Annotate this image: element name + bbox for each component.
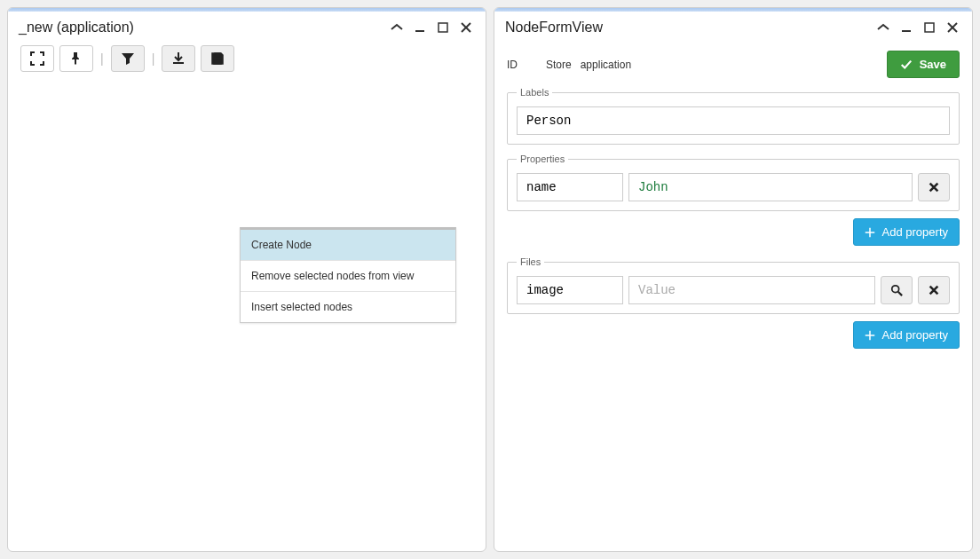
minimize-icon[interactable] <box>897 19 915 36</box>
svg-rect-5 <box>214 59 221 64</box>
maximize-icon[interactable] <box>434 19 452 36</box>
properties-group: Properties <box>507 154 960 211</box>
filter-button[interactable] <box>111 45 145 72</box>
plus-icon <box>865 330 875 341</box>
add-property-button[interactable]: Add property <box>853 218 960 246</box>
labels-legend: Labels <box>517 87 552 98</box>
store-label: Store <box>546 59 572 71</box>
add-file-property-button[interactable]: Add property <box>853 321 960 349</box>
labels-input[interactable] <box>517 106 950 135</box>
save-button-label: Save <box>920 58 946 71</box>
property-value-input[interactable] <box>628 173 913 201</box>
search-icon <box>890 284 903 296</box>
pin-button[interactable] <box>59 45 93 72</box>
file-row <box>517 276 950 304</box>
file-key-input[interactable] <box>517 276 623 304</box>
svg-rect-4 <box>215 53 220 57</box>
toolbar-separator: | <box>150 51 157 66</box>
close-icon[interactable] <box>457 19 475 36</box>
store-value: application <box>581 59 631 71</box>
properties-legend: Properties <box>517 154 568 164</box>
minimize-icon[interactable] <box>411 19 429 36</box>
download-button[interactable] <box>162 45 195 72</box>
file-value-input[interactable] <box>628 276 875 304</box>
fullscreen-button[interactable] <box>20 45 54 72</box>
collapse-icon[interactable] <box>874 19 892 36</box>
id-label: ID <box>507 59 518 71</box>
remove-file-button[interactable] <box>918 276 950 304</box>
context-menu-item-create-node[interactable]: Create Node <box>241 230 455 261</box>
save-button[interactable]: Save <box>887 51 960 78</box>
check-icon <box>900 59 913 71</box>
maximize-icon[interactable] <box>921 19 938 36</box>
remove-property-button[interactable] <box>918 173 950 201</box>
save-disk-button[interactable] <box>201 45 234 72</box>
property-key-input[interactable] <box>517 173 623 201</box>
left-canvas[interactable]: Create Node Remove selected nodes from v… <box>8 81 486 551</box>
window-title-left: _new (application) <box>19 20 388 35</box>
titlebar-left: _new (application) <box>8 12 486 45</box>
svg-line-11 <box>898 292 902 295</box>
context-menu-item-remove-selected[interactable]: Remove selected nodes from view <box>241 261 455 292</box>
info-row: ID Store application Save <box>507 49 960 87</box>
close-icon[interactable] <box>944 19 961 36</box>
files-legend: Files <box>517 256 544 267</box>
labels-group: Labels <box>507 87 960 145</box>
plus-icon <box>865 227 875 238</box>
collapse-icon[interactable] <box>388 19 406 36</box>
left-toolbar: | | <box>8 45 486 81</box>
x-icon <box>928 284 940 296</box>
window-title-right: NodeFormView <box>505 20 874 35</box>
add-file-property-label: Add property <box>882 328 948 342</box>
context-menu-item-insert-selected[interactable]: Insert selected nodes <box>241 292 455 322</box>
context-menu: Create Node Remove selected nodes from v… <box>240 227 456 323</box>
svg-rect-1 <box>439 23 447 32</box>
files-group: Files <box>507 256 960 314</box>
toolbar-separator: | <box>99 51 106 66</box>
x-icon <box>928 181 940 193</box>
add-property-label: Add property <box>882 225 948 239</box>
svg-point-10 <box>892 286 899 293</box>
svg-rect-7 <box>925 23 934 32</box>
left-window: _new (application) | | Create Node Remov… <box>7 7 486 552</box>
form-body: ID Store application Save Labels Propert… <box>494 45 972 551</box>
right-window: NodeFormView ID Store application Save <box>494 7 973 552</box>
property-row <box>517 173 950 201</box>
titlebar-right: NodeFormView <box>494 12 972 45</box>
file-search-button[interactable] <box>881 276 913 304</box>
